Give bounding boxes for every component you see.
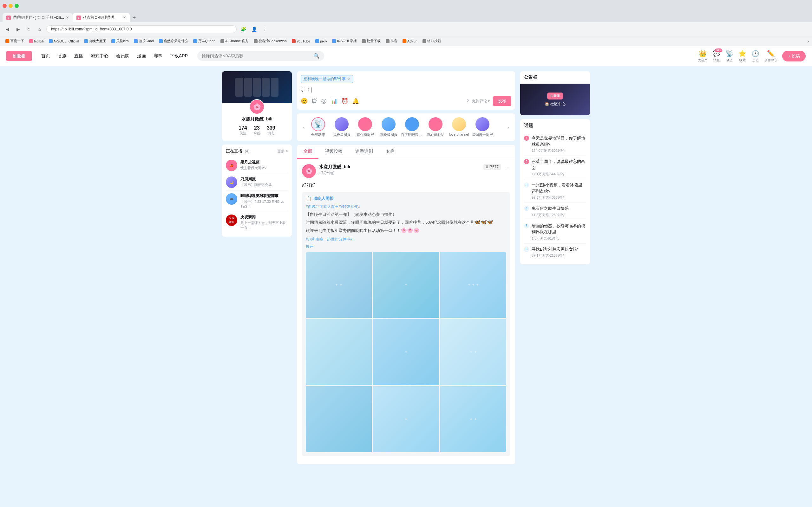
new-tab-button[interactable]: +: [130, 13, 139, 22]
live-item-2[interactable]: 🌙 乃贝周报 【哑巴】随便玩会儿: [226, 174, 288, 191]
bookmark-diana[interactable]: 嘉然今天吃什么: [157, 38, 190, 44]
grid-img-8[interactable]: ✦: [373, 386, 439, 452]
nav-manga[interactable]: 漫画: [134, 51, 149, 61]
message-button[interactable]: 💬 99+ 消息: [712, 50, 720, 62]
topic-item-6[interactable]: 6 寻找B站"刘胖宏男孩女孩" 87.1万浏览·2137讨论: [524, 244, 586, 261]
tab-videos[interactable]: 视频投稿: [318, 145, 349, 159]
grid-img-6[interactable]: ✦ ✦: [440, 319, 506, 385]
upload-button[interactable]: + 投稿: [782, 51, 806, 61]
subs-prev-button[interactable]: ‹: [301, 124, 307, 130]
post-textarea-wrap[interactable]: 听《: [301, 86, 511, 93]
image-button[interactable]: 🖼: [311, 98, 317, 105]
post-username[interactable]: 水漾月微醺_bili: [319, 164, 480, 170]
tab-close-1[interactable]: ✕: [66, 15, 69, 20]
history-button[interactable]: 🕐 历史: [751, 50, 759, 62]
tab-anime[interactable]: 追番追剧: [349, 145, 379, 159]
sub-item-5[interactable]: 嘉心糖补站: [424, 117, 447, 137]
poll-button[interactable]: 📊: [331, 98, 338, 105]
topic-item-2[interactable]: 2 冰菓十周年，说说最难忘的画面 17.1万浏览·5440讨论: [524, 156, 586, 179]
sub-item-2[interactable]: 嘉心糖周报: [354, 117, 376, 137]
back-button[interactable]: ◀: [3, 25, 11, 33]
bookmark-wanwan[interactable]: 向晚大魔王: [82, 38, 108, 44]
bookmark-carol[interactable]: 珈乐Carol: [132, 38, 156, 44]
tab-close-2[interactable]: ✕: [123, 15, 126, 20]
nav-download[interactable]: 下载APP: [167, 51, 191, 61]
bookmark-tafei[interactable]: 塔菲按钮: [420, 38, 444, 44]
notify-button[interactable]: 🔔: [352, 98, 359, 105]
extensions-button[interactable]: 🧩: [239, 25, 247, 33]
subs-next-button[interactable]: ›: [505, 124, 511, 130]
grid-img-7[interactable]: [306, 386, 372, 452]
post-content-area[interactable]: 听《: [301, 87, 311, 92]
nav-game[interactable]: 游戏中心: [88, 51, 112, 61]
topic-item-3[interactable]: 3 一张图/小视频，看看冰箱里还剩点啥? 92.6万浏览·4056讨论: [524, 179, 586, 203]
creator-button[interactable]: ✏️ 创作中心: [764, 50, 777, 62]
post-tag-close[interactable]: ✕: [347, 77, 350, 81]
tab-column[interactable]: 专栏: [379, 145, 401, 159]
stat-posts[interactable]: 339 动态: [267, 125, 275, 135]
live-item-1[interactable]: 🍎 果丹皮视频 快去看我大哥MV: [226, 157, 288, 174]
bookmark-baidu[interactable]: 百度一下: [3, 38, 26, 44]
bookmark-acfun[interactable]: AcFun: [400, 39, 420, 44]
bookmark-aichannel[interactable]: AIChannel官方: [218, 38, 251, 44]
mention-button[interactable]: @: [321, 98, 327, 105]
sub-item-all[interactable]: 📡 全部动态: [307, 117, 329, 137]
bookmark-youtube[interactable]: YouTube: [290, 39, 312, 44]
grid-img-5[interactable]: ✦: [373, 319, 439, 385]
sub-item-4[interactable]: 百度贴吧官方号: [401, 117, 423, 137]
tab-all[interactable]: 全部: [297, 145, 318, 159]
repost-card[interactable]: 📋 顶晚人周报 #向晚##向晚大魔王##转发抽奖# 【向晚生日活动第一弹】（转发…: [302, 192, 510, 456]
grid-img-2[interactable]: ✦: [373, 252, 439, 318]
post-avatar[interactable]: 💕 🌸: [302, 164, 316, 178]
more-button[interactable]: ⋮: [261, 25, 269, 33]
close-button[interactable]: [3, 4, 7, 8]
nav-mall[interactable]: 会员购: [113, 51, 133, 61]
bookmark-bilibili[interactable]: bibibili: [27, 39, 46, 44]
comment-permission[interactable]: 允许评论 ▾: [472, 99, 490, 104]
bookmark-douyin[interactable]: 抖音: [384, 38, 400, 44]
sub-item-7[interactable]: 星珈骑士周报: [471, 117, 494, 137]
post-more-button[interactable]: ⋯: [504, 164, 510, 171]
vip-button[interactable]: 👑 大会员: [698, 50, 707, 62]
search-bar[interactable]: 🔍: [197, 51, 324, 61]
repost-tag-1[interactable]: #向晚##向晚大魔王##转发抽奖#: [306, 204, 360, 210]
schedule-button[interactable]: ⏰: [341, 98, 348, 105]
topic-item-5[interactable]: 5 绘画的借鉴、抄袭与临摹的模糊界限在哪里 1.3万浏览·61讨论: [524, 220, 586, 244]
bookmark-eileen[interactable]: 乃琳Queen: [191, 38, 217, 44]
home-button[interactable]: ⌂: [36, 25, 44, 33]
account-button[interactable]: 👤: [250, 25, 258, 33]
browser-tab-1[interactable]: B 哔哩哔哩 (* - )つ ロ 千杯--bili... ✕: [3, 13, 72, 22]
refresh-button[interactable]: ↻: [25, 25, 33, 33]
nav-live[interactable]: 直播: [71, 51, 86, 61]
browser-tab-2[interactable]: B 动态首页-哔哩哔哩 ✕: [72, 13, 130, 22]
publish-button[interactable]: 发布: [493, 96, 511, 106]
expand-button[interactable]: 展开: [306, 244, 313, 249]
profile-avatar[interactable]: 🌸: [249, 99, 264, 114]
logo[interactable]: bilibili: [6, 51, 32, 61]
search-button[interactable]: 🔍: [313, 53, 320, 59]
post-topic-tag[interactable]: 想和晚晚一起做的52件事 ✕: [301, 75, 353, 83]
favorites-button[interactable]: ⭐ 收藏: [739, 50, 746, 62]
grid-img-1[interactable]: ✦ ✦: [306, 252, 372, 318]
bookmark-geekerwan[interactable]: 极客湾Geekerwan: [252, 38, 289, 44]
maximize-button[interactable]: [14, 4, 19, 8]
bookmark-asoul[interactable]: A-SOUL_Official: [47, 39, 82, 44]
repost-tag-2[interactable]: #想和晚晚一起做的52件事#...: [306, 237, 356, 242]
topic-item-4[interactable]: 4 鬼灭伊之助生日快乐 41.5万浏览·1289讨论: [524, 203, 586, 220]
search-input[interactable]: [202, 54, 311, 58]
bookmark-batch-dl[interactable]: 批量下载: [360, 38, 383, 44]
nav-bangumi[interactable]: 番剧: [55, 51, 70, 61]
bookmark-pixiv[interactable]: pixiv: [313, 39, 329, 44]
live-item-4[interactable]: 央视新闻 央视新闻 共上一堂课！走，到天宫上看一看！: [226, 212, 288, 233]
bookmark-bella[interactable]: 贝拉kira: [109, 38, 131, 44]
topic-item-1[interactable]: 1 今天是世界地球日，你了解地球母亲吗? 124.0万浏览·602讨论: [524, 132, 586, 156]
stat-following[interactable]: 174 关注: [239, 125, 247, 135]
profile-name[interactable]: 水漾月微醺_bili: [241, 116, 272, 122]
nav-home[interactable]: 首页: [38, 51, 53, 61]
stat-followers[interactable]: 23 粉丝: [253, 125, 260, 135]
live-item-3[interactable]: 🎮 哔哩哔哩英雄联盟赛事 【预告】4.23 17:30 RNG vs TES！: [226, 191, 288, 212]
grid-img-3[interactable]: ✦ ✦ ✦: [440, 252, 506, 318]
emoji-button[interactable]: 😊: [301, 98, 308, 105]
nav-esports[interactable]: 赛事: [150, 51, 165, 61]
sub-item-1[interactable]: 贝极星周报: [331, 117, 353, 137]
